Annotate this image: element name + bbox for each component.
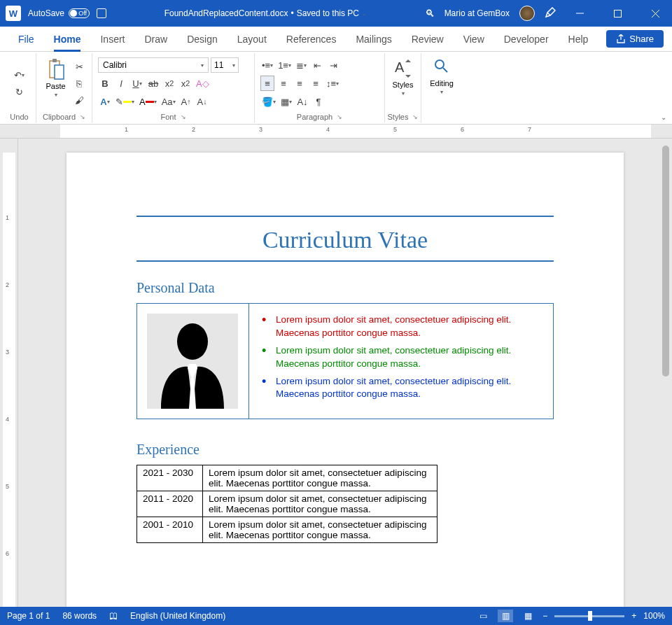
language-indicator[interactable]: English (United Kingdom)	[130, 611, 225, 621]
styles-launcher-icon[interactable]: ↘	[412, 113, 418, 120]
maximize-button[interactable]	[603, 0, 631, 27]
borders-button[interactable]: ▦▾	[279, 94, 293, 109]
list-item[interactable]: Lorem ipsum dolor sit amet, consectetuer…	[259, 314, 543, 340]
tab-mailings[interactable]: Mailings	[346, 27, 401, 52]
vertical-scrollbar[interactable]	[661, 146, 671, 600]
align-right-button[interactable]: ≡	[293, 76, 307, 91]
grow-font-button[interactable]: A↑	[179, 94, 193, 109]
minimize-button[interactable]	[566, 0, 594, 27]
horizontal-ruler[interactable]: 1 2 3 4 5 6 7	[0, 125, 672, 139]
focus-mode-button[interactable]: ▭	[475, 610, 491, 622]
styles-button[interactable]: A Styles ▾	[391, 55, 415, 111]
redo-button[interactable]: ↻	[13, 84, 27, 99]
share-icon	[616, 34, 626, 44]
table-row: 2011 - 2020Lorem ipsum dolor sit amet, c…	[137, 491, 438, 517]
tab-review[interactable]: Review	[402, 27, 454, 52]
sort-button[interactable]: A↓	[295, 94, 309, 109]
personal-data-list[interactable]: Lorem ipsum dolor sit amet, consectetuer…	[259, 314, 543, 401]
profile-silhouette-image[interactable]	[147, 314, 238, 409]
tab-design[interactable]: Design	[177, 27, 227, 52]
tab-home[interactable]: Home	[44, 27, 91, 52]
increase-indent-button[interactable]: ⇥	[327, 57, 341, 73]
font-color-button[interactable]: A▾	[138, 94, 158, 109]
change-case-button[interactable]: Aa▾	[160, 94, 177, 109]
web-layout-button[interactable]: ▦	[520, 610, 536, 622]
tab-help[interactable]: Help	[559, 27, 598, 52]
table-row: 2001 - 2010Lorem ipsum dolor sit amet, c…	[137, 517, 438, 543]
autosave-toggle[interactable]: AutoSave Off	[28, 8, 90, 18]
list-item[interactable]: Lorem ipsum dolor sit amet, consectetuer…	[259, 375, 543, 402]
show-marks-button[interactable]: ¶	[312, 94, 326, 109]
chevron-down-icon[interactable]: ⌄	[362, 10, 367, 17]
zoom-slider[interactable]	[554, 615, 624, 617]
shrink-font-button[interactable]: A↓	[195, 94, 209, 109]
user-avatar[interactable]	[519, 6, 535, 21]
clear-format-button[interactable]: A◇	[195, 76, 211, 91]
tab-file[interactable]: File	[8, 27, 44, 52]
status-bar: Page 1 of 1 86 words 🕮 English (United K…	[0, 607, 672, 625]
line-spacing-button[interactable]: ↕≡▾	[325, 76, 340, 91]
zoom-level[interactable]: 100%	[643, 611, 665, 621]
align-left-button[interactable]: ≡	[260, 76, 274, 91]
zoom-out-button[interactable]: −	[542, 611, 547, 621]
format-painter-button[interactable]: 🖌	[72, 92, 86, 108]
justify-button[interactable]: ≡	[309, 76, 323, 91]
highlight-button[interactable]: ✎▾	[114, 94, 136, 109]
numbering-button[interactable]: 1≡▾	[276, 57, 293, 73]
document-title[interactable]: FoundAndReplacedContent.docx • Saved to …	[106, 8, 425, 18]
share-button[interactable]: Share	[606, 30, 664, 48]
personal-data-table[interactable]: Lorem ipsum dolor sit amet, consectetuer…	[136, 303, 554, 419]
decrease-indent-button[interactable]: ⇤	[311, 57, 325, 73]
italic-button[interactable]: I	[114, 76, 128, 91]
undo-button[interactable]: ↶▾	[13, 67, 27, 83]
tab-view[interactable]: View	[454, 27, 494, 52]
subscript-button[interactable]: x2	[162, 76, 176, 91]
toggle-switch-icon[interactable]: Off	[69, 8, 90, 18]
tab-draw[interactable]: Draw	[134, 27, 177, 52]
bold-button[interactable]: B	[98, 76, 112, 91]
font-name-select[interactable]: Calibri▾	[98, 57, 209, 73]
user-name[interactable]: Mario at GemBox	[444, 8, 510, 18]
save-icon[interactable]	[97, 8, 106, 18]
paste-button[interactable]: Paste ▾	[42, 55, 69, 111]
experience-table[interactable]: 2021 - 2030Lorem ipsum dolor sit amet, c…	[136, 465, 438, 543]
strikethrough-button[interactable]: ab	[146, 76, 160, 91]
text-effects-button[interactable]: A▾	[98, 94, 112, 109]
clipboard-launcher-icon[interactable]: ↘	[80, 113, 85, 120]
align-center-button[interactable]: ≡	[276, 76, 290, 91]
paragraph-launcher-icon[interactable]: ↘	[337, 113, 342, 120]
collapse-ribbon-icon[interactable]: ⌄	[661, 113, 666, 121]
font-size-select[interactable]: 11▾	[211, 57, 239, 73]
zoom-in-button[interactable]: +	[631, 611, 636, 621]
find-icon	[433, 58, 450, 78]
document-scroll[interactable]: Curriculum Vitae Personal Data Lorem ips…	[18, 139, 672, 607]
heading-personal-data[interactable]: Personal Data	[136, 280, 554, 296]
page-indicator[interactable]: Page 1 of 1	[7, 611, 50, 621]
multilevel-button[interactable]: ≣▾	[295, 57, 309, 73]
heading-experience[interactable]: Experience	[136, 442, 554, 458]
superscript-button[interactable]: x2	[178, 76, 192, 91]
tab-insert[interactable]: Insert	[90, 27, 134, 52]
close-button[interactable]	[641, 0, 669, 27]
word-count[interactable]: 86 words	[62, 611, 97, 621]
tab-references[interactable]: References	[276, 27, 346, 52]
copy-button[interactable]: ⎘	[72, 76, 86, 91]
shading-button[interactable]: 🪣▾	[260, 94, 277, 109]
pen-icon[interactable]	[545, 7, 556, 20]
tab-layout[interactable]: Layout	[227, 27, 276, 52]
underline-button[interactable]: U▾	[130, 76, 144, 91]
svg-rect-6	[55, 65, 64, 79]
editing-button[interactable]: Editing ▾	[427, 55, 456, 120]
cut-button[interactable]: ✂	[72, 59, 86, 74]
document-page[interactable]: Curriculum Vitae Personal Data Lorem ips…	[66, 153, 624, 607]
scroll-thumb[interactable]	[662, 146, 669, 377]
print-layout-button[interactable]: ▥	[498, 610, 513, 622]
search-icon[interactable]: 🔍︎	[425, 8, 435, 19]
vertical-ruler[interactable]: 1 2 3 4 5 6	[0, 139, 18, 607]
list-item[interactable]: Lorem ipsum dolor sit amet, consectetuer…	[259, 344, 543, 371]
tab-developer[interactable]: Developer	[494, 27, 559, 52]
font-launcher-icon[interactable]: ↘	[181, 113, 186, 120]
spellcheck-icon[interactable]: 🕮	[109, 611, 118, 621]
document-heading[interactable]: Curriculum Vitae	[136, 216, 554, 262]
bullets-button[interactable]: •≡▾	[260, 57, 274, 73]
